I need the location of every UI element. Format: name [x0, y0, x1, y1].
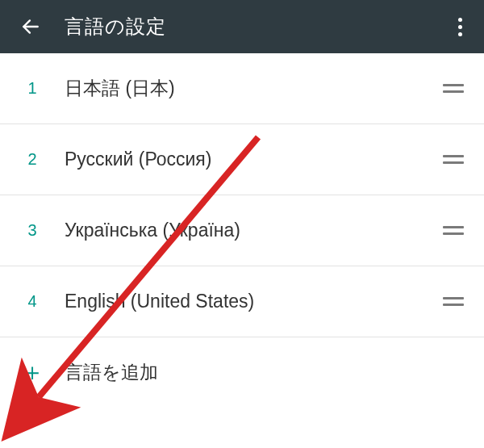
language-label: English (United States): [65, 291, 439, 312]
drag-handle-icon[interactable]: [439, 155, 468, 164]
back-button[interactable]: [15, 10, 47, 43]
language-row[interactable]: 4 English (United States): [0, 266, 484, 337]
more-vertical-icon: [458, 18, 462, 36]
language-list: 1 日本語 (日本) 2 Русский (Россия) 3 Українсь…: [0, 53, 484, 407]
arrow-left-icon: [20, 16, 41, 37]
appbar: 言語の設定: [0, 0, 484, 53]
more-menu-button[interactable]: [444, 10, 476, 43]
page-title: 言語の設定: [65, 14, 444, 40]
drag-handle-icon[interactable]: [439, 297, 468, 306]
language-row[interactable]: 2 Русский (Россия): [0, 124, 484, 195]
plus-icon: ＋: [20, 360, 44, 384]
add-language-label: 言語を追加: [65, 360, 158, 385]
drag-handle-icon[interactable]: [439, 84, 468, 93]
language-label: Русский (Россия): [65, 149, 439, 170]
language-label: Українська (Україна): [65, 220, 439, 241]
language-row[interactable]: 3 Українська (Україна): [0, 195, 484, 266]
row-index: 2: [0, 150, 65, 169]
add-language-button[interactable]: ＋ 言語を追加: [0, 337, 484, 407]
row-index: 1: [0, 79, 65, 98]
drag-handle-icon[interactable]: [439, 226, 468, 235]
language-label: 日本語 (日本): [65, 76, 439, 101]
row-index: 4: [0, 292, 65, 311]
row-index: 3: [0, 221, 65, 240]
language-row[interactable]: 1 日本語 (日本): [0, 53, 484, 124]
